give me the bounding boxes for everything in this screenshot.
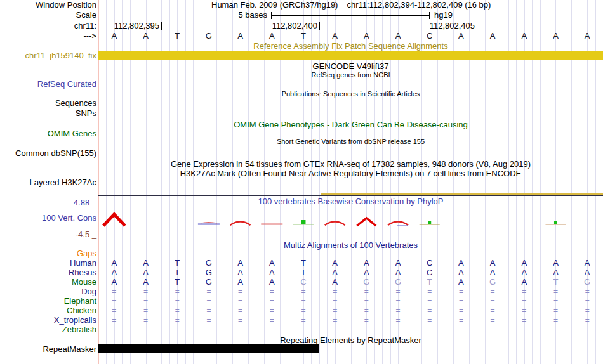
multiz-cell: =	[234, 297, 248, 306]
track-label-common-dbsnp[interactable]: Common dbSNP(155)	[0, 149, 96, 158]
track-label-omim-genes[interactable]: OMIM Genes	[0, 129, 96, 138]
multiz-cell: =	[423, 287, 437, 296]
multiz-cell: =	[139, 316, 153, 325]
multiz-cell: =	[454, 297, 468, 306]
track-title-conservation: 100 vertebrates Basewise Conservation by…	[98, 197, 603, 206]
genome-build-label: hg19	[434, 11, 453, 19]
multiz-cell: G	[580, 278, 594, 287]
multiz-cell: A	[234, 268, 248, 277]
multiz-cell: =	[296, 316, 310, 325]
multiz-species-label-gaps[interactable]: Gaps	[0, 249, 96, 258]
multiz-cell: =	[234, 306, 248, 315]
track-label-sequences[interactable]: Sequences	[0, 99, 96, 108]
multiz-cell: =	[580, 306, 594, 315]
sequence-base: A	[108, 32, 121, 41]
fix-patch-bar[interactable]	[98, 51, 603, 60]
multiz-species-label-dog[interactable]: Dog	[0, 287, 96, 296]
multiz-species-label-mouse[interactable]: Mouse	[0, 278, 96, 287]
sequence-base: T	[171, 32, 183, 41]
multiz-cell: =	[359, 306, 373, 315]
multiz-species-label-human[interactable]: Human	[0, 259, 96, 268]
multiz-cell: =	[170, 297, 184, 306]
track-label-repeatmasker[interactable]: RepeatMasker	[0, 345, 96, 354]
multiz-cell: =	[202, 287, 216, 296]
multiz-cell: =	[359, 316, 373, 325]
ruler-coordinate-label: 112,802,395	[102, 22, 159, 30]
scale-bar	[271, 15, 430, 16]
sequence-base: A	[549, 32, 562, 41]
assembly-name: Human Feb. 2009 (GRCh37/hg19)	[211, 0, 338, 10]
multiz-cell: =	[107, 297, 121, 306]
repeatmasker-bar[interactable]	[98, 344, 319, 353]
ruler-coordinate-label: 112,802,400	[260, 22, 317, 30]
multiz-cell: A	[517, 278, 531, 287]
multiz-cell: =	[265, 297, 279, 306]
multiz-species-label-rhesus[interactable]: Rhesus	[0, 268, 96, 277]
multiz-species-label-chicken[interactable]: Chicken	[0, 306, 96, 315]
multiz-cell: A	[328, 278, 342, 287]
multiz-cell: =	[517, 287, 531, 296]
multiz-cell: A	[265, 259, 279, 268]
multiz-cell: T	[548, 278, 562, 287]
track-label-100-vert-cons[interactable]: 100 Vert. Cons	[0, 214, 96, 223]
track-title-gencode: GENCODE V49lift37	[98, 62, 603, 71]
multiz-cell: =	[170, 287, 184, 296]
multiz-cell: A	[265, 278, 279, 287]
multiz-cell: A	[359, 259, 373, 268]
track-subtitle-refseq: RefSeq genes from NCBI	[98, 71, 603, 79]
multiz-cell: A	[107, 278, 121, 287]
multiz-cell: =	[517, 306, 531, 315]
multiz-cell: G	[202, 278, 216, 287]
multiz-cell: =	[454, 316, 468, 325]
multiz-cell: T	[170, 278, 184, 287]
track-title-dbsnp: Short Genetic Variants from dbSNP releas…	[98, 138, 603, 145]
multiz-cell: A	[139, 268, 153, 277]
scale-bases-text: 5 bases	[210, 11, 267, 19]
sequence-base: G	[202, 32, 215, 41]
conservation-ymin-label: -4.5 _	[0, 230, 96, 239]
multiz-cell: =	[296, 306, 310, 315]
ruler-coordinate-label: 112,802,405	[418, 22, 475, 30]
multiz-cell: =	[234, 316, 248, 325]
wiggle-peak	[357, 218, 376, 226]
multiz-cell: A	[328, 259, 342, 268]
multiz-cell: A	[265, 268, 279, 277]
genome-browser-image: Window Position Scale chr11: ---> Human …	[0, 0, 603, 364]
multiz-cell: =	[202, 306, 216, 315]
track-label-refseq-curated[interactable]: RefSeq Curated	[0, 80, 96, 89]
multiz-species-label-x_tropicalis[interactable]: X_tropicalis	[0, 316, 96, 325]
multiz-cell: =	[139, 297, 153, 306]
multiz-cell: A	[328, 268, 342, 277]
multiz-cell: A	[391, 259, 405, 268]
multiz-cell: A	[234, 259, 248, 268]
track-label-layered-h3k27ac[interactable]: Layered H3K27Ac	[0, 178, 96, 187]
multiz-cell: A	[548, 268, 562, 277]
wiggle-line	[198, 224, 220, 225]
window-position-label: Window Position	[0, 1, 96, 10]
multiz-species-label-elephant[interactable]: Elephant	[0, 297, 96, 306]
multiz-cell: =	[265, 287, 279, 296]
multiz-species-label-zebrafish[interactable]: Zebrafish	[0, 325, 96, 334]
sequence-base: C	[423, 32, 436, 41]
multiz-cell: =	[139, 287, 153, 296]
multiz-cell: A	[454, 259, 468, 268]
multiz-cell: =	[391, 306, 405, 315]
multiz-cell: A	[580, 268, 594, 277]
multiz-cell: G	[202, 268, 216, 277]
multiz-cell: =	[234, 287, 248, 296]
multiz-cell: =	[170, 306, 184, 315]
track-label-fix-patch[interactable]: chr11_jh159140_fix	[0, 51, 96, 60]
multiz-cell: A	[517, 268, 531, 277]
conservation-wiggle-plot[interactable]	[98, 211, 603, 230]
multiz-cell: =	[296, 287, 310, 296]
h3k27ac-baseline[interactable]	[98, 195, 603, 196]
track-label-snps[interactable]: SNPs	[0, 109, 96, 118]
ruler-tick	[319, 22, 320, 30]
wiggle-underline	[397, 226, 408, 227]
multiz-cell: =	[486, 297, 500, 306]
sequence-base: A	[518, 32, 531, 41]
track-title-publications: Publications: Sequences in Scientific Ar…	[98, 90, 603, 98]
wiggle-hump	[325, 222, 345, 226]
sequence-base: A	[392, 32, 404, 41]
multiz-cell: =	[486, 306, 500, 315]
